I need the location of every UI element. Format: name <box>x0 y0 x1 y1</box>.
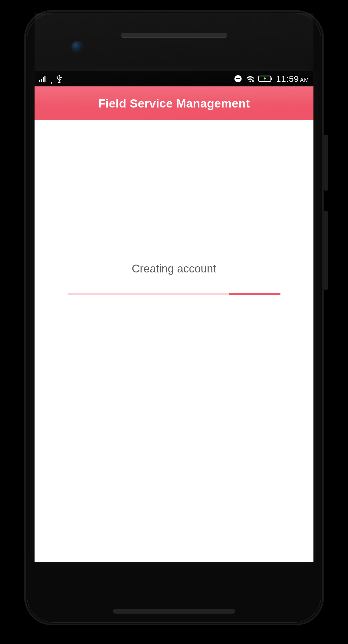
status-bar-left: , <box>39 74 62 84</box>
do-not-disturb-icon <box>234 75 242 83</box>
status-time-ampm: AM <box>300 77 309 83</box>
svg-rect-10 <box>271 78 272 80</box>
phone-earpiece <box>121 33 227 38</box>
signal-icon <box>39 75 47 82</box>
phone-side-button <box>324 135 328 191</box>
phone-speaker <box>113 609 235 614</box>
svg-rect-5 <box>236 78 240 79</box>
svg-rect-2 <box>43 77 44 82</box>
svg-text:!: ! <box>252 80 253 82</box>
battery-charging-icon <box>258 75 273 82</box>
device-screen: , ! <box>35 71 313 562</box>
progress-indicator <box>229 293 280 295</box>
status-time-value: 11:59 <box>276 74 299 84</box>
status-bar-right: ! 11:59AM <box>234 74 309 84</box>
content-area: Creating account <box>35 120 313 562</box>
usb-icon <box>56 74 62 84</box>
app-bar: Field Service Management <box>35 86 313 120</box>
phone-side-button <box>324 211 328 290</box>
app-title: Field Service Management <box>98 96 250 110</box>
status-clock: 11:59AM <box>276 74 309 84</box>
svg-rect-1 <box>41 79 42 82</box>
progress-bar <box>68 293 280 295</box>
loading-message: Creating account <box>132 262 216 275</box>
svg-rect-3 <box>44 76 45 82</box>
svg-rect-0 <box>39 80 40 82</box>
phone-camera <box>71 41 84 53</box>
wifi-icon: ! <box>246 75 255 83</box>
status-bar: , ! <box>35 71 313 86</box>
